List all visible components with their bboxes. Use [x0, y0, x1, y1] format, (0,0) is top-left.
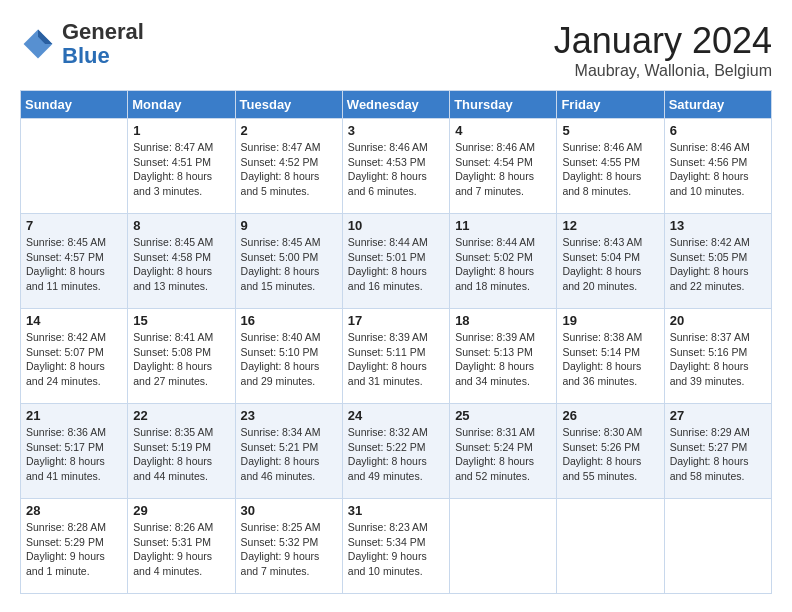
day-cell: 20Sunrise: 8:37 AM Sunset: 5:16 PM Dayli… — [664, 309, 771, 404]
header-friday: Friday — [557, 91, 664, 119]
day-number: 12 — [562, 218, 658, 233]
day-number: 28 — [26, 503, 122, 518]
day-cell: 11Sunrise: 8:44 AM Sunset: 5:02 PM Dayli… — [450, 214, 557, 309]
day-number: 31 — [348, 503, 444, 518]
header-thursday: Thursday — [450, 91, 557, 119]
week-row-2: 7Sunrise: 8:45 AM Sunset: 4:57 PM Daylig… — [21, 214, 772, 309]
calendar-header-row: SundayMondayTuesdayWednesdayThursdayFrid… — [21, 91, 772, 119]
day-info: Sunrise: 8:34 AM Sunset: 5:21 PM Dayligh… — [241, 425, 337, 484]
day-cell: 10Sunrise: 8:44 AM Sunset: 5:01 PM Dayli… — [342, 214, 449, 309]
page-header: General Blue January 2024 Maubray, Wallo… — [20, 20, 772, 80]
week-row-5: 28Sunrise: 8:28 AM Sunset: 5:29 PM Dayli… — [21, 499, 772, 594]
day-cell: 23Sunrise: 8:34 AM Sunset: 5:21 PM Dayli… — [235, 404, 342, 499]
day-number: 6 — [670, 123, 766, 138]
day-number: 19 — [562, 313, 658, 328]
day-number: 8 — [133, 218, 229, 233]
day-info: Sunrise: 8:41 AM Sunset: 5:08 PM Dayligh… — [133, 330, 229, 389]
header-saturday: Saturday — [664, 91, 771, 119]
day-cell: 9Sunrise: 8:45 AM Sunset: 5:00 PM Daylig… — [235, 214, 342, 309]
header-sunday: Sunday — [21, 91, 128, 119]
day-info: Sunrise: 8:46 AM Sunset: 4:56 PM Dayligh… — [670, 140, 766, 199]
day-info: Sunrise: 8:45 AM Sunset: 4:58 PM Dayligh… — [133, 235, 229, 294]
day-info: Sunrise: 8:45 AM Sunset: 5:00 PM Dayligh… — [241, 235, 337, 294]
day-number: 18 — [455, 313, 551, 328]
day-number: 17 — [348, 313, 444, 328]
day-cell: 5Sunrise: 8:46 AM Sunset: 4:55 PM Daylig… — [557, 119, 664, 214]
day-info: Sunrise: 8:37 AM Sunset: 5:16 PM Dayligh… — [670, 330, 766, 389]
day-number: 16 — [241, 313, 337, 328]
day-number: 11 — [455, 218, 551, 233]
day-cell: 28Sunrise: 8:28 AM Sunset: 5:29 PM Dayli… — [21, 499, 128, 594]
day-info: Sunrise: 8:38 AM Sunset: 5:14 PM Dayligh… — [562, 330, 658, 389]
day-info: Sunrise: 8:28 AM Sunset: 5:29 PM Dayligh… — [26, 520, 122, 579]
day-number: 22 — [133, 408, 229, 423]
day-info: Sunrise: 8:35 AM Sunset: 5:19 PM Dayligh… — [133, 425, 229, 484]
day-cell: 13Sunrise: 8:42 AM Sunset: 5:05 PM Dayli… — [664, 214, 771, 309]
day-cell: 1Sunrise: 8:47 AM Sunset: 4:51 PM Daylig… — [128, 119, 235, 214]
day-info: Sunrise: 8:32 AM Sunset: 5:22 PM Dayligh… — [348, 425, 444, 484]
day-cell — [557, 499, 664, 594]
day-cell: 22Sunrise: 8:35 AM Sunset: 5:19 PM Dayli… — [128, 404, 235, 499]
day-info: Sunrise: 8:39 AM Sunset: 5:13 PM Dayligh… — [455, 330, 551, 389]
header-wednesday: Wednesday — [342, 91, 449, 119]
day-number: 15 — [133, 313, 229, 328]
day-cell: 29Sunrise: 8:26 AM Sunset: 5:31 PM Dayli… — [128, 499, 235, 594]
day-cell: 12Sunrise: 8:43 AM Sunset: 5:04 PM Dayli… — [557, 214, 664, 309]
day-number: 26 — [562, 408, 658, 423]
week-row-1: 1Sunrise: 8:47 AM Sunset: 4:51 PM Daylig… — [21, 119, 772, 214]
day-cell: 7Sunrise: 8:45 AM Sunset: 4:57 PM Daylig… — [21, 214, 128, 309]
day-info: Sunrise: 8:30 AM Sunset: 5:26 PM Dayligh… — [562, 425, 658, 484]
day-number: 3 — [348, 123, 444, 138]
day-cell: 8Sunrise: 8:45 AM Sunset: 4:58 PM Daylig… — [128, 214, 235, 309]
day-cell: 4Sunrise: 8:46 AM Sunset: 4:54 PM Daylig… — [450, 119, 557, 214]
day-number: 23 — [241, 408, 337, 423]
day-cell: 21Sunrise: 8:36 AM Sunset: 5:17 PM Dayli… — [21, 404, 128, 499]
day-info: Sunrise: 8:29 AM Sunset: 5:27 PM Dayligh… — [670, 425, 766, 484]
logo-icon — [20, 26, 56, 62]
location: Maubray, Wallonia, Belgium — [554, 62, 772, 80]
day-cell: 2Sunrise: 8:47 AM Sunset: 4:52 PM Daylig… — [235, 119, 342, 214]
day-cell: 18Sunrise: 8:39 AM Sunset: 5:13 PM Dayli… — [450, 309, 557, 404]
day-info: Sunrise: 8:42 AM Sunset: 5:05 PM Dayligh… — [670, 235, 766, 294]
day-info: Sunrise: 8:36 AM Sunset: 5:17 PM Dayligh… — [26, 425, 122, 484]
day-number: 24 — [348, 408, 444, 423]
day-cell: 26Sunrise: 8:30 AM Sunset: 5:26 PM Dayli… — [557, 404, 664, 499]
day-cell — [450, 499, 557, 594]
day-number: 27 — [670, 408, 766, 423]
day-number: 5 — [562, 123, 658, 138]
day-number: 20 — [670, 313, 766, 328]
day-number: 21 — [26, 408, 122, 423]
day-cell: 19Sunrise: 8:38 AM Sunset: 5:14 PM Dayli… — [557, 309, 664, 404]
day-cell: 31Sunrise: 8:23 AM Sunset: 5:34 PM Dayli… — [342, 499, 449, 594]
logo-blue: Blue — [62, 43, 110, 68]
day-info: Sunrise: 8:23 AM Sunset: 5:34 PM Dayligh… — [348, 520, 444, 579]
day-number: 10 — [348, 218, 444, 233]
month-title: January 2024 — [554, 20, 772, 62]
day-info: Sunrise: 8:25 AM Sunset: 5:32 PM Dayligh… — [241, 520, 337, 579]
day-number: 30 — [241, 503, 337, 518]
day-info: Sunrise: 8:40 AM Sunset: 5:10 PM Dayligh… — [241, 330, 337, 389]
day-number: 29 — [133, 503, 229, 518]
day-number: 25 — [455, 408, 551, 423]
day-number: 1 — [133, 123, 229, 138]
day-cell: 6Sunrise: 8:46 AM Sunset: 4:56 PM Daylig… — [664, 119, 771, 214]
day-info: Sunrise: 8:42 AM Sunset: 5:07 PM Dayligh… — [26, 330, 122, 389]
day-info: Sunrise: 8:45 AM Sunset: 4:57 PM Dayligh… — [26, 235, 122, 294]
day-cell: 27Sunrise: 8:29 AM Sunset: 5:27 PM Dayli… — [664, 404, 771, 499]
week-row-3: 14Sunrise: 8:42 AM Sunset: 5:07 PM Dayli… — [21, 309, 772, 404]
header-tuesday: Tuesday — [235, 91, 342, 119]
day-cell — [664, 499, 771, 594]
day-cell: 30Sunrise: 8:25 AM Sunset: 5:32 PM Dayli… — [235, 499, 342, 594]
day-number: 2 — [241, 123, 337, 138]
day-cell: 17Sunrise: 8:39 AM Sunset: 5:11 PM Dayli… — [342, 309, 449, 404]
day-cell: 3Sunrise: 8:46 AM Sunset: 4:53 PM Daylig… — [342, 119, 449, 214]
day-info: Sunrise: 8:26 AM Sunset: 5:31 PM Dayligh… — [133, 520, 229, 579]
day-info: Sunrise: 8:46 AM Sunset: 4:55 PM Dayligh… — [562, 140, 658, 199]
day-info: Sunrise: 8:46 AM Sunset: 4:54 PM Dayligh… — [455, 140, 551, 199]
day-info: Sunrise: 8:39 AM Sunset: 5:11 PM Dayligh… — [348, 330, 444, 389]
day-cell: 24Sunrise: 8:32 AM Sunset: 5:22 PM Dayli… — [342, 404, 449, 499]
day-info: Sunrise: 8:47 AM Sunset: 4:52 PM Dayligh… — [241, 140, 337, 199]
day-cell: 25Sunrise: 8:31 AM Sunset: 5:24 PM Dayli… — [450, 404, 557, 499]
day-number: 7 — [26, 218, 122, 233]
header-monday: Monday — [128, 91, 235, 119]
